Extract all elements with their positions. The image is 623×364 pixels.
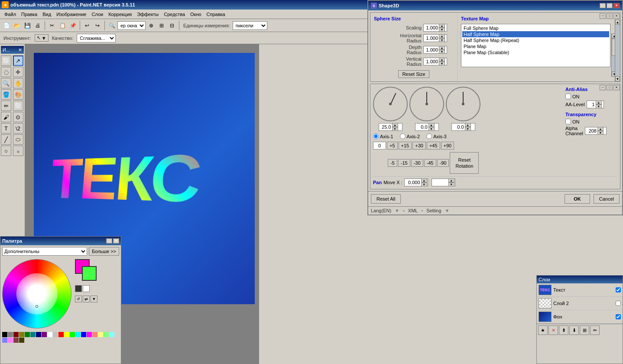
fit-button[interactable]: ⊞ xyxy=(157,21,166,30)
color-cell[interactable] xyxy=(13,338,19,343)
minus5-button[interactable]: -5 xyxy=(388,159,397,167)
aa-on-checkbox[interactable] xyxy=(565,94,571,99)
axis1-radio-label[interactable]: Axis-1 xyxy=(373,133,393,139)
layer-up-btn[interactable]: ⬇ xyxy=(569,325,579,335)
dial-2-value[interactable] xyxy=(415,124,428,130)
shape3d-maximize[interactable]: □ xyxy=(607,3,613,8)
move-x-up[interactable]: ▲ xyxy=(421,179,427,182)
setting-item[interactable]: Setting xyxy=(426,208,441,213)
alpha-up[interactable]: ▲ xyxy=(597,127,604,131)
color-cell[interactable] xyxy=(25,332,30,337)
eraser-tool[interactable]: ⬜ xyxy=(13,101,23,111)
move-y-value[interactable] xyxy=(432,180,448,185)
menu-edit[interactable]: Правка xyxy=(19,11,40,18)
texture-plane-scalable[interactable]: Plane Map (Scalable) xyxy=(462,49,609,55)
color-cell[interactable] xyxy=(19,338,24,343)
vert-radius-input[interactable]: ▲ ▼ xyxy=(423,58,447,65)
swap-colors-btn[interactable]: ⇄ xyxy=(83,296,90,302)
minus90-button[interactable]: -90 xyxy=(437,159,449,167)
rotation-minimize[interactable]: ─ xyxy=(600,85,606,90)
layer-2-checkbox[interactable] xyxy=(616,301,621,306)
alpha-input[interactable]: ▲ ▼ xyxy=(585,127,607,135)
scaling-up[interactable]: ▲ xyxy=(439,24,445,28)
dial-3-up[interactable]: ▲ xyxy=(465,123,471,127)
select-rect-tool[interactable]: ⬜ xyxy=(1,55,11,66)
minus15-button[interactable]: -15 xyxy=(398,159,410,167)
lang-item[interactable]: Lang(EN) xyxy=(371,208,391,213)
units-combo[interactable]: пиксели xyxy=(233,21,267,30)
horiz-up[interactable]: ▲ xyxy=(439,34,445,38)
menu-help[interactable]: Справка xyxy=(204,11,228,18)
dial-1[interactable] xyxy=(373,87,408,121)
line-tool[interactable]: ╱ xyxy=(1,134,11,145)
font-tool[interactable]: \2 xyxy=(13,123,23,133)
color-cell[interactable] xyxy=(92,332,97,337)
freeform-tool[interactable]: ⬦ xyxy=(13,146,23,156)
rotation-maximize[interactable]: □ xyxy=(607,85,613,90)
plus30-button[interactable]: +30 xyxy=(412,142,426,150)
color-picker-tool[interactable]: 🎨 xyxy=(13,89,23,100)
reset-all-button[interactable]: Reset All xyxy=(371,194,401,204)
layer-down-btn[interactable]: ⊞ xyxy=(580,325,589,335)
palette-mode-combo[interactable]: Дополнительны xyxy=(2,247,87,256)
tool-selector[interactable]: ↖ ▼ xyxy=(35,34,49,42)
color-cell[interactable] xyxy=(2,332,7,337)
layer-props-btn[interactable]: ✏ xyxy=(590,325,600,335)
zoom-button[interactable]: 🔍 xyxy=(107,21,117,30)
panel-scroll-down[interactable]: ▼ xyxy=(615,76,620,81)
menu-image[interactable]: Изображение xyxy=(54,11,89,18)
zoom-tool[interactable]: 🔍 xyxy=(1,78,11,88)
inner-minimize[interactable]: ─ xyxy=(600,13,606,19)
inner-close[interactable]: ✕ xyxy=(613,13,620,19)
secondary-color-swatch[interactable] xyxy=(82,266,97,281)
inner-maximize[interactable]: □ xyxy=(607,13,613,19)
move-y-down[interactable]: ▼ xyxy=(448,182,454,186)
menu-effects[interactable]: Эффекты xyxy=(134,11,161,18)
dial-1-value[interactable] xyxy=(379,124,392,130)
depth-down[interactable]: ▼ xyxy=(439,50,445,54)
move-x-down[interactable]: ▼ xyxy=(421,182,427,186)
color-cell[interactable] xyxy=(19,332,24,337)
layer-text[interactable]: ТЕКС Текст xyxy=(537,283,623,297)
xml-item[interactable]: XML xyxy=(408,208,418,213)
redo-button[interactable]: ↪ xyxy=(93,21,102,30)
menu-tools[interactable]: Средства xyxy=(161,11,188,18)
aa-level-up[interactable]: ▲ xyxy=(596,101,602,104)
dial-2-down[interactable]: ▼ xyxy=(428,127,435,131)
clone-tool[interactable]: ⊙ xyxy=(13,112,23,122)
layer-merge-btn[interactable]: ⬆ xyxy=(559,325,568,335)
open-button[interactable]: 📂 xyxy=(12,21,22,30)
layer-2[interactable]: Слой 2 xyxy=(537,297,623,310)
color-cell[interactable] xyxy=(75,332,81,337)
axis2-radio[interactable] xyxy=(400,133,406,139)
aa-level-input[interactable]: ▲ ▼ xyxy=(587,101,604,108)
axis3-radio[interactable] xyxy=(426,133,432,139)
tool-dropdown[interactable]: ▼ xyxy=(42,36,46,41)
dial-2-up[interactable]: ▲ xyxy=(428,123,435,127)
brush-tool[interactable]: 🖌 xyxy=(1,112,11,122)
texture-half-sphere-repeat[interactable]: Half Sphere Map (Repeat) xyxy=(462,37,609,43)
horiz-radius-input[interactable]: ▲ ▼ xyxy=(423,34,447,42)
axis2-radio-label[interactable]: Axis-2 xyxy=(400,133,420,139)
alpha-value[interactable] xyxy=(585,128,597,133)
depth-up[interactable]: ▲ xyxy=(439,46,445,50)
aa-level-down[interactable]: ▼ xyxy=(596,104,602,108)
print-button[interactable]: 🖨 xyxy=(33,21,42,30)
pan-tool[interactable]: ✋ xyxy=(13,78,23,88)
texture-half-sphere[interactable]: Half Sphere Map xyxy=(462,31,609,37)
plus15-button[interactable]: +15 xyxy=(399,142,412,150)
dial-3-down[interactable]: ▼ xyxy=(465,127,471,131)
color-cell[interactable] xyxy=(70,332,75,337)
shape3d-minimize[interactable]: ─ xyxy=(600,3,606,8)
dial-2[interactable] xyxy=(409,87,444,121)
color-cell[interactable] xyxy=(2,338,7,343)
new-button[interactable]: 📄 xyxy=(2,21,11,30)
plus45-button[interactable]: +45 xyxy=(427,142,440,150)
layer-text-checkbox[interactable] xyxy=(616,287,621,292)
layer-background[interactable]: Фон xyxy=(537,310,623,324)
color-cell[interactable] xyxy=(109,332,114,337)
color-cell[interactable] xyxy=(64,332,69,337)
texture-full-sphere[interactable]: Full Sphere Map xyxy=(462,25,609,31)
more-options-btn[interactable]: ▼ xyxy=(91,296,97,302)
shape3d-close[interactable]: ✕ xyxy=(613,3,620,8)
